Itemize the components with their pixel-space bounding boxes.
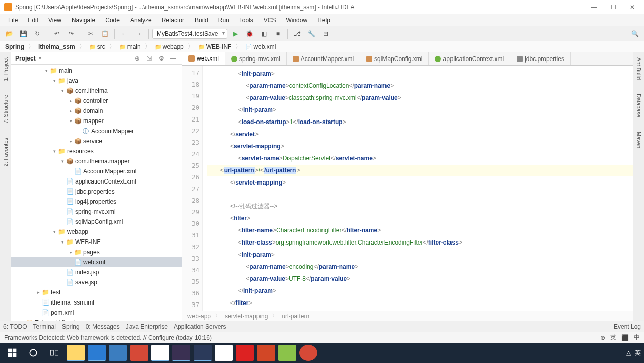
tree-web-xml[interactable]: 📄web.xml [11, 257, 182, 267]
file-explorer-icon[interactable] [67, 345, 85, 361]
crumb-main[interactable]: main [117, 43, 143, 50]
rail-favorites[interactable]: 2: Favorites [2, 136, 10, 168]
menu-view[interactable]: View [44, 16, 66, 25]
tab-spring-mvc-xml[interactable]: spring-mvc.xml [225, 52, 287, 65]
menu-file[interactable]: File [4, 16, 22, 25]
tree-save-jsp[interactable]: 📄save.jsp [11, 277, 182, 287]
app-icon-1[interactable] [109, 345, 127, 361]
code-editor[interactable]: <init-param> <param-name>contextConfigLo… [203, 66, 633, 311]
search-everywhere-button[interactable]: 🔍 [629, 28, 641, 40]
status-ind[interactable]: ⊕ [600, 334, 605, 341]
status-ind[interactable]: ⬛ [621, 334, 629, 341]
btab-javaenterprise[interactable]: Java Enterprise [126, 323, 168, 330]
tree-java[interactable]: ▾📁java [11, 76, 182, 86]
menu-vcs[interactable]: VCS [260, 16, 280, 25]
project-tree[interactable]: ▾📁main▾📁java▾📦com.itheima▸📦controller▸📦d… [11, 65, 182, 321]
edge-icon[interactable] [88, 345, 106, 361]
ecrumb-web-app[interactable]: web-app [187, 313, 211, 320]
cut-button[interactable]: ✂ [85, 28, 97, 40]
tree-webapp[interactable]: ▾📁webapp [11, 227, 182, 237]
menu-refactor[interactable]: Refactor [158, 16, 188, 25]
tree-com-itheima[interactable]: ▾📦com.itheima [11, 86, 182, 96]
intellij-icon[interactable] [172, 345, 190, 361]
ecrumb-servlet-mapping[interactable]: servlet-mapping [225, 313, 268, 320]
tree-spring-mvc-xml[interactable]: 📄spring-mvc.xml [11, 207, 182, 217]
structure-button[interactable]: ⊟ [319, 28, 332, 40]
vcs-button[interactable]: ⎇ [291, 28, 303, 40]
app-icon-7[interactable] [299, 345, 317, 361]
save-button[interactable]: 💾 [17, 28, 29, 40]
locate-icon[interactable]: ⊕ [133, 55, 142, 62]
tree-web-inf[interactable]: ▾📁WEB-INF [11, 237, 182, 247]
rail-structure[interactable]: 7: Structure [2, 93, 10, 126]
tree-pages[interactable]: ▸📁pages [11, 247, 182, 257]
tree-pom-xml[interactable]: 📄pom.xml [11, 308, 182, 318]
menu-tools[interactable]: Tools [235, 16, 257, 25]
forward-button[interactable]: → [133, 28, 145, 40]
undo-button[interactable]: ↶ [51, 28, 63, 40]
app-icon-2[interactable] [130, 345, 148, 361]
task-view-button[interactable] [45, 345, 63, 361]
tree-main[interactable]: ▾📁main [11, 66, 182, 76]
start-button[interactable] [3, 345, 21, 361]
tab-jdbc-properties[interactable]: jdbc.properties [510, 52, 571, 65]
stop-button[interactable]: ■ [272, 28, 284, 40]
tree-accountmapper[interactable]: ⒾAccountMapper [11, 126, 182, 136]
tab-sqlmapconfig-xml[interactable]: sqlMapConfig.xml [360, 52, 429, 65]
app-icon-3[interactable] [194, 345, 212, 361]
debug-button[interactable]: 🐞 [243, 28, 255, 40]
redo-button[interactable]: ↷ [65, 28, 77, 40]
tree-itheima-ssm-iml[interactable]: 📃itheima_ssm.iml [11, 297, 182, 308]
run-config-selector[interactable]: MyBatisTest4.testSave [152, 29, 227, 39]
open-button[interactable]: 📂 [3, 28, 15, 40]
tree-mapper[interactable]: ▾📦mapper [11, 116, 182, 126]
dropdown-icon[interactable]: ▾ [39, 55, 41, 61]
event-log[interactable]: Event Log [614, 323, 641, 330]
tab-web-xml[interactable]: web.xml [182, 52, 225, 65]
crumb-itheima_ssm[interactable]: itheima_ssm [36, 43, 77, 50]
crumb-web-inf[interactable]: WEB-INF [196, 43, 234, 50]
tree-sqlmapconfig-xml[interactable]: 📄sqlMapConfig.xml [11, 217, 182, 227]
minimize-button[interactable]: — [587, 2, 602, 12]
settings-button[interactable]: 🔧 [305, 28, 317, 40]
status-ind[interactable]: 英 [610, 333, 616, 342]
ime-indicator[interactable]: 英 [635, 349, 641, 357]
rail-database[interactable]: Database [635, 92, 643, 119]
app-icon-5[interactable] [236, 345, 254, 361]
rail-antbuild[interactable]: Ant Build [635, 55, 643, 82]
menu-edit[interactable]: Edit [24, 16, 42, 25]
refresh-button[interactable]: ↻ [31, 28, 43, 40]
menu-help[interactable]: Help [313, 16, 334, 25]
hide-icon[interactable]: — [169, 55, 178, 62]
tree-index-jsp[interactable]: 📄index.jsp [11, 267, 182, 277]
menu-build[interactable]: Build [190, 16, 212, 25]
app-icon-4[interactable] [215, 345, 233, 361]
btab-applicationservers[interactable]: Application Servers [174, 323, 226, 330]
powerpoint-icon[interactable] [257, 345, 275, 361]
status-ind[interactable]: 中 [634, 333, 640, 342]
tab-accountmapper-xml[interactable]: AccountMapper.xml [287, 52, 360, 65]
tray-icon[interactable]: △ [626, 349, 631, 356]
tree-service[interactable]: ▸📦service [11, 136, 182, 146]
settings-icon[interactable]: ⚙ [157, 55, 166, 62]
rail-project[interactable]: 1: Project [2, 55, 10, 83]
back-button[interactable]: ← [118, 28, 131, 40]
app-icon-6[interactable] [278, 345, 296, 361]
tree-jdbc-properties[interactable]: 📃jdbc.properties [11, 187, 182, 197]
ecrumb-url-pattern[interactable]: url-pattern [282, 313, 309, 320]
tree-com-itheima-mapper[interactable]: ▾📦com.itheima.mapper [11, 156, 182, 166]
crumb-spring[interactable]: Spring [3, 43, 26, 50]
menu-navigate[interactable]: Navigate [68, 16, 99, 25]
tree-domain[interactable]: ▸📦domain [11, 106, 182, 116]
cortana-button[interactable] [24, 345, 42, 361]
menu-analyze[interactable]: Analyze [126, 16, 156, 25]
run-button[interactable]: ▶ [229, 28, 241, 40]
crumb-web.xml[interactable]: web.xml [243, 43, 278, 50]
copy-button[interactable]: 📋 [99, 28, 111, 40]
btab-spring[interactable]: Spring [62, 323, 80, 330]
rail-maven[interactable]: Maven [635, 130, 643, 150]
btab-messages[interactable]: 0: Messages [86, 323, 120, 330]
maximize-button[interactable]: ☐ [606, 2, 621, 12]
chrome-icon[interactable] [151, 345, 169, 361]
btab-todo[interactable]: 6: TODO [3, 323, 27, 330]
